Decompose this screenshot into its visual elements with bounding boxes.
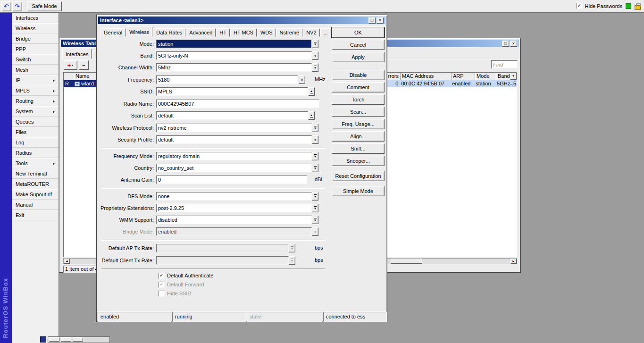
undo-button[interactable]: ↶ [1, 1, 11, 11]
frequency-mode-combo[interactable]: regulatory domain [156, 152, 312, 160]
background-window-fragment[interactable] [48, 336, 110, 343]
band-dropdown-icon[interactable]: ▼ [312, 51, 318, 60]
close-icon[interactable]: × [376, 17, 384, 24]
comment-button[interactable]: Comment [332, 82, 385, 92]
sidebar-item-radius[interactable]: Radius [12, 148, 59, 158]
wmm-support-combo[interactable]: disabled [156, 216, 312, 224]
hide-passwords-checkbox[interactable]: ✓ Hide Passwords [577, 3, 622, 9]
cancel-button[interactable]: Cancel [332, 40, 385, 50]
separator [101, 268, 325, 269]
close-icon[interactable]: × [510, 41, 517, 47]
safe-mode-button[interactable]: Safe Mode [27, 1, 62, 11]
sidebar-item-mpls[interactable]: MPLS [12, 85, 59, 96]
column-mac-address[interactable]: MAC Address [401, 73, 452, 80]
remove-button[interactable]: − [79, 60, 89, 70]
antenna-gain-input[interactable]: 0 [156, 176, 307, 184]
frequency-mode-dropdown-icon[interactable]: ▼ [312, 152, 318, 160]
frequency-dropdown-icon[interactable]: ▼ [299, 75, 305, 84]
tab-more[interactable]: ... [320, 28, 331, 37]
sidebar-item-queues[interactable]: Queues [12, 117, 59, 127]
mode-dropdown-icon[interactable]: ▼ [312, 40, 318, 48]
sidebar-item-ip[interactable]: IP [12, 75, 59, 85]
channel-width-dropdown-icon[interactable]: ▼ [312, 63, 318, 72]
band-combo[interactable]: 5GHz-only-N [156, 51, 312, 60]
dfs-mode-dropdown-icon[interactable]: ▼ [312, 192, 318, 201]
sidebar-item-log[interactable]: Log [12, 137, 59, 148]
sidebar-item-mesh[interactable]: Mesh [12, 65, 59, 75]
wireless-protocol-combo[interactable]: nv2 nstreme [156, 124, 312, 132]
scan-list-collapse-icon[interactable]: ▲ [308, 111, 315, 120]
tab-interfaces[interactable]: Interfaces [62, 49, 92, 59]
ssid-input[interactable]: MPLS [156, 87, 308, 96]
maximize-icon[interactable]: □ [502, 41, 509, 47]
reset-configuration-button[interactable]: Reset Configuration [332, 171, 385, 181]
tab-nstreme[interactable]: Nstreme [276, 28, 303, 37]
country-combo[interactable]: no_country_set [156, 164, 312, 172]
scroll-left-icon[interactable]: ◄ [64, 259, 70, 264]
column-mode[interactable]: Mode [475, 73, 496, 80]
tab-general[interactable]: General [100, 28, 125, 37]
tab-ht[interactable]: HT [216, 28, 230, 37]
sniff-button[interactable]: Sniff... [332, 143, 385, 154]
security-profile-combo[interactable]: default [156, 135, 312, 144]
sidebar-item-manual[interactable]: Manual [12, 200, 59, 210]
dialog-titlebar[interactable]: Interface <wlan1> □ × [98, 17, 385, 24]
ok-button[interactable]: OK [332, 27, 385, 38]
tab-data-rates[interactable]: Data Rates [153, 28, 185, 37]
sidebar-item-new-terminal[interactable]: New Terminal [12, 168, 59, 179]
scan-button[interactable]: Scan... [332, 107, 385, 117]
column-flags[interactable] [64, 73, 74, 80]
column-filter-dropdown-icon[interactable]: ▼ [510, 73, 517, 80]
country-dropdown-icon[interactable]: ▼ [312, 164, 318, 172]
sidebar-item-system[interactable]: System [12, 106, 59, 117]
dfs-mode-combo[interactable]: none [156, 192, 312, 201]
default-authenticate-checkbox[interactable]: ✓ Default Authenticate [159, 272, 213, 279]
redo-button[interactable]: ↷ [12, 1, 22, 11]
scroll-right-icon[interactable]: ► [510, 259, 517, 264]
sidebar-item-bridge[interactable]: Bridge [12, 33, 59, 44]
tab-nv2[interactable]: NV2 [303, 28, 319, 37]
tab-ht-mcs[interactable]: HT MCS [230, 28, 257, 37]
sidebar-item-ppp[interactable]: PPP [12, 44, 59, 54]
sidebar-item-make-supout[interactable]: Make Supout.rif [12, 189, 59, 200]
channel-width-combo[interactable]: 5Mhz [156, 63, 312, 72]
scan-list-input[interactable]: default [156, 111, 308, 120]
proprietary-extensions-combo[interactable]: post-2.9.25 [156, 204, 312, 212]
simple-mode-button[interactable]: Simple Mode [332, 186, 385, 196]
bridge-mode-label: Bridge Mode: [100, 229, 156, 234]
security-profile-dropdown-icon[interactable]: ▼ [312, 135, 318, 144]
wmm-support-dropdown-icon[interactable]: ▼ [312, 216, 318, 224]
sidebar-item-wireless[interactable]: Wireless [12, 23, 59, 33]
sidebar-item-switch[interactable]: Switch [12, 54, 59, 65]
add-button[interactable]: +▼ [64, 60, 77, 70]
ssid-collapse-icon[interactable]: ▲ [308, 87, 315, 96]
maximize-icon[interactable]: □ [368, 17, 376, 24]
scrollbar-thumb[interactable] [391, 259, 422, 264]
mode-combo[interactable]: station [156, 40, 312, 48]
sidebar-item-tools[interactable]: Tools [12, 158, 59, 168]
radio-name-input[interactable]: 000C42945B07 [156, 100, 319, 108]
tab-wds[interactable]: WDS [257, 28, 276, 37]
interface-dialog[interactable]: Interface <wlan1> □ × General Wireless D… [96, 15, 387, 322]
tab-wireless[interactable]: Wireless [126, 26, 152, 37]
snooper-button[interactable]: Snooper... [332, 156, 385, 166]
proprietary-extensions-dropdown-icon[interactable]: ▼ [312, 204, 318, 212]
wireless-tables-title: Wireless Tables [63, 41, 101, 46]
sidebar-item-files[interactable]: Files [12, 127, 59, 137]
find-input[interactable] [491, 60, 518, 68]
disable-button[interactable]: Disable [332, 70, 385, 80]
sidebar-item-metarouter[interactable]: MetaROUTER [12, 179, 59, 189]
freq-usage-button[interactable]: Freq. Usage... [332, 119, 385, 129]
torch-button[interactable]: Torch [332, 94, 385, 105]
apply-button[interactable]: Apply [332, 52, 385, 62]
tab-advanced[interactable]: Advanced [186, 28, 216, 37]
hide-passwords-label: Hide Passwords [585, 3, 622, 9]
sidebar-item-exit[interactable]: Exit [12, 210, 59, 220]
align-button[interactable]: Align... [332, 131, 385, 142]
window-fragment-button [61, 337, 71, 342]
sidebar-item-interfaces[interactable]: Interfaces [12, 13, 59, 23]
sidebar-item-routing[interactable]: Routing [12, 96, 59, 106]
column-arp[interactable]: ARP [452, 73, 475, 80]
frequency-input[interactable]: 5180 [156, 75, 298, 84]
wireless-protocol-dropdown-icon[interactable]: ▼ [312, 124, 318, 132]
